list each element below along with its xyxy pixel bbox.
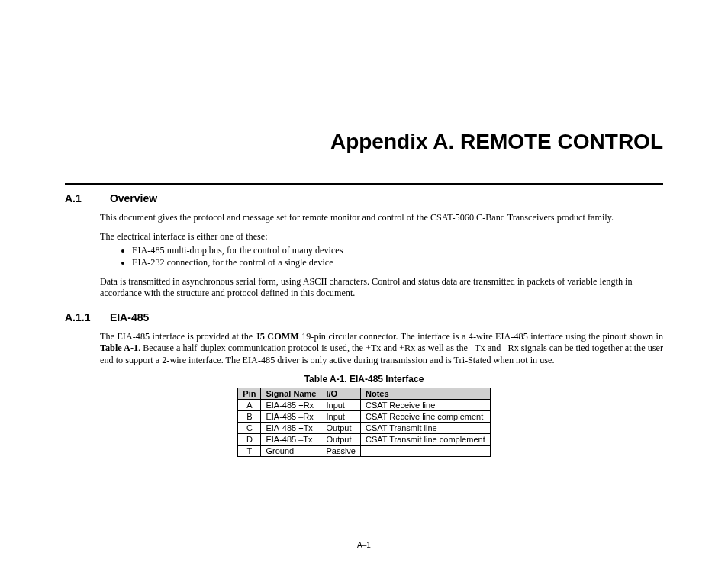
cell-io: Output	[321, 422, 361, 433]
cell-signal: EIA-485 –Rx	[261, 410, 321, 422]
footer-divider	[65, 465, 663, 465]
cell-signal: Ground	[261, 445, 321, 456]
cell-pin: C	[238, 422, 261, 433]
section-a11-heading: A.1.1 EIA-485	[65, 311, 663, 323]
text-run: The EIA-485 interface is provided at the	[100, 331, 256, 342]
overview-paragraph-2: The electrical interface is either one o…	[100, 231, 663, 243]
col-header-pin: Pin	[238, 388, 261, 399]
cell-pin: D	[238, 433, 261, 445]
table-row: A EIA-485 +Rx Input CSAT Receive line	[238, 399, 490, 410]
cell-notes: CSAT Receive line	[360, 399, 490, 410]
divider	[65, 183, 663, 185]
cell-notes: CSAT Receive line complement	[360, 410, 490, 422]
section-a1-heading: A.1 Overview	[65, 192, 663, 204]
interface-bullets: EIA-485 multi-drop bus, for the control …	[100, 245, 663, 269]
cell-signal: EIA-485 –Tx	[261, 433, 321, 445]
table-row: C EIA-485 +Tx Output CSAT Transmit line	[238, 422, 490, 433]
eia485-paragraph: The EIA-485 interface is provided at the…	[100, 331, 663, 366]
list-item: EIA-232 connection, for the control of a…	[132, 257, 663, 269]
table-row: D EIA-485 –Tx Output CSAT Transmit line …	[238, 433, 490, 445]
col-header-signal: Signal Name	[261, 388, 321, 399]
cell-signal: EIA-485 +Rx	[261, 399, 321, 410]
table-ref: Table A-1	[100, 343, 138, 353]
table-row: B EIA-485 –Rx Input CSAT Receive line co…	[238, 410, 490, 422]
section-label: EIA-485	[110, 311, 149, 323]
cell-notes: CSAT Transmit line complement	[360, 433, 490, 445]
section-number: A.1	[65, 192, 107, 204]
overview-paragraph-3: Data is transmitted in asynchronous seri…	[100, 276, 663, 300]
col-header-io: I/O	[321, 388, 361, 399]
section-number: A.1.1	[65, 311, 107, 323]
col-header-notes: Notes	[360, 388, 490, 399]
cell-io: Input	[321, 410, 361, 422]
cell-notes	[360, 445, 490, 456]
cell-signal: EIA-485 +Tx	[261, 422, 321, 433]
page-title: Appendix A. REMOTE CONTROL	[65, 130, 663, 154]
j5-comm-label: J5 COMM	[256, 331, 299, 342]
eia485-interface-table: Pin Signal Name I/O Notes A EIA-485 +Rx …	[237, 388, 490, 457]
overview-paragraph-1: This document gives the protocol and mes…	[100, 212, 663, 224]
cell-notes: CSAT Transmit line	[360, 422, 490, 433]
table-row: T Ground Passive	[238, 445, 490, 456]
page-number: A–1	[0, 541, 728, 549]
text-run: . Because a half-duplex communication pr…	[100, 343, 663, 365]
cell-pin: T	[238, 445, 261, 456]
section-label: Overview	[110, 192, 157, 204]
cell-io: Passive	[321, 445, 361, 456]
table-header-row: Pin Signal Name I/O Notes	[238, 388, 490, 399]
cell-io: Input	[321, 399, 361, 410]
text-run: 19-pin circular connector. The interface…	[299, 331, 663, 342]
cell-pin: B	[238, 410, 261, 422]
list-item: EIA-485 multi-drop bus, for the control …	[132, 245, 663, 256]
cell-pin: A	[238, 399, 261, 410]
cell-io: Output	[321, 433, 361, 445]
table-caption: Table A-1. EIA-485 Interface	[65, 374, 663, 384]
